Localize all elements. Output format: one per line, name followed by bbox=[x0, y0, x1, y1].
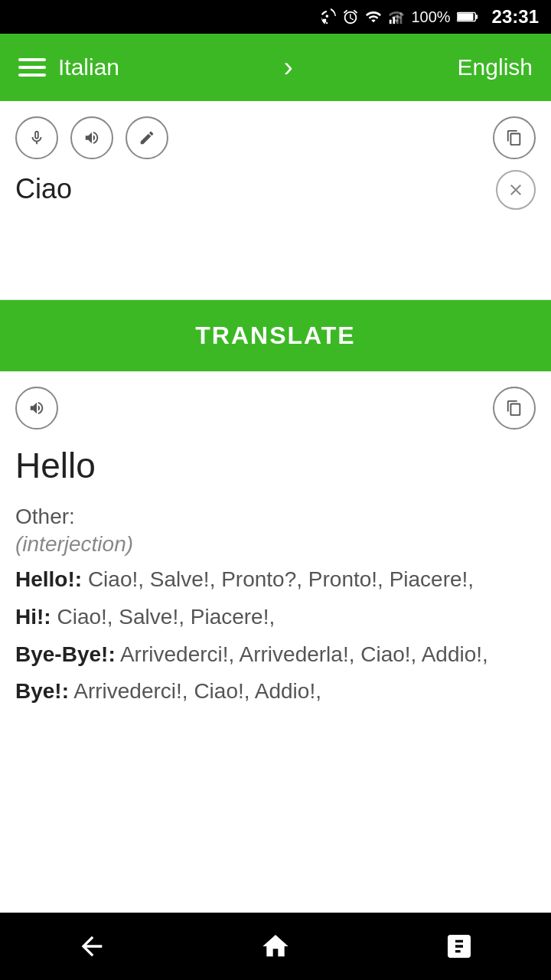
microphone-button[interactable] bbox=[15, 116, 58, 159]
output-entry: Bye-Bye!: Arrivederci!, Arrivederla!, Ci… bbox=[15, 638, 536, 672]
input-toolbar bbox=[15, 116, 536, 159]
input-text[interactable]: Ciao bbox=[15, 172, 536, 207]
speaker-input-button[interactable] bbox=[70, 116, 113, 159]
svg-rect-6 bbox=[475, 15, 478, 19]
status-bar: 100% 23:31 bbox=[0, 0, 551, 34]
output-entry: Bye!: Arrivederci!, Ciao!, Addio!, bbox=[15, 675, 536, 709]
output-toolbar bbox=[15, 387, 536, 430]
edit-button[interactable] bbox=[126, 116, 168, 159]
output-panel: Hello Other: (interjection) Hello!: Ciao… bbox=[0, 371, 551, 913]
svg-rect-2 bbox=[396, 15, 399, 24]
language-arrow: › bbox=[119, 51, 458, 83]
speaker-output-button[interactable] bbox=[15, 387, 58, 430]
copy-input-button[interactable] bbox=[493, 116, 536, 159]
output-category: (interjection) bbox=[15, 532, 536, 557]
language-from[interactable]: Italian bbox=[58, 54, 119, 80]
input-panel: Ciao bbox=[0, 101, 551, 300]
battery-level: 100% bbox=[411, 8, 450, 26]
svg-rect-3 bbox=[400, 13, 403, 24]
copy-output-button[interactable] bbox=[493, 387, 536, 430]
status-icons: 100% bbox=[319, 8, 478, 26]
translate-button[interactable]: TRANSLATE bbox=[0, 300, 551, 371]
svg-rect-0 bbox=[390, 20, 392, 24]
clock: 23:31 bbox=[492, 6, 539, 28]
svg-rect-5 bbox=[458, 13, 474, 20]
output-translation: Hello bbox=[15, 445, 536, 486]
output-entries: Hello!: Ciao!, Salve!, Pronto?, Pronto!,… bbox=[15, 563, 536, 709]
output-entry: Hello!: Ciao!, Salve!, Pronto?, Pronto!,… bbox=[15, 563, 536, 597]
svg-rect-1 bbox=[393, 17, 396, 24]
toolbar: Italian › English bbox=[0, 34, 551, 101]
clear-button[interactable] bbox=[496, 170, 536, 210]
other-label: Other: bbox=[15, 505, 536, 529]
back-button[interactable] bbox=[61, 923, 122, 969]
bottom-nav bbox=[0, 913, 551, 980]
output-entry: Hi!: Ciao!, Salve!, Piacere!, bbox=[15, 600, 536, 635]
home-button[interactable] bbox=[245, 923, 306, 969]
language-to[interactable]: English bbox=[458, 54, 533, 80]
menu-button[interactable] bbox=[18, 58, 46, 77]
recent-button[interactable] bbox=[429, 923, 490, 969]
